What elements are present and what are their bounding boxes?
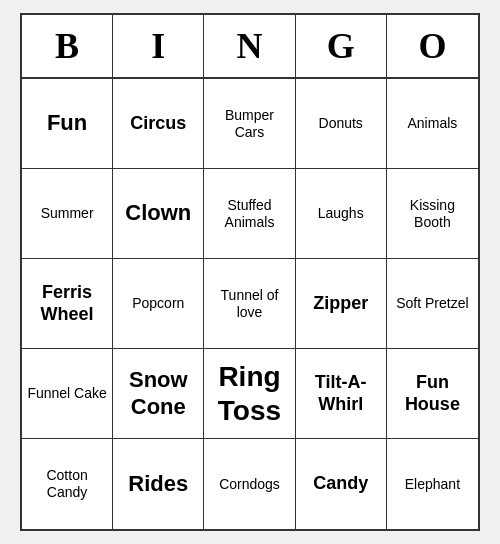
bingo-cell: Fun House — [387, 349, 478, 439]
bingo-cell: Cotton Candy — [22, 439, 113, 529]
header-letter: G — [296, 15, 387, 77]
bingo-cell: Bumper Cars — [204, 79, 295, 169]
bingo-cell: Rides — [113, 439, 204, 529]
bingo-cell: Summer — [22, 169, 113, 259]
bingo-cell: Fun — [22, 79, 113, 169]
bingo-cell: Stuffed Animals — [204, 169, 295, 259]
bingo-card: BINGO FunCircusBumper CarsDonutsAnimalsS… — [20, 13, 480, 531]
bingo-cell: Popcorn — [113, 259, 204, 349]
bingo-cell: Tilt-A-Whirl — [296, 349, 387, 439]
bingo-cell: Clown — [113, 169, 204, 259]
bingo-cell: Ring Toss — [204, 349, 295, 439]
header-letter: B — [22, 15, 113, 77]
bingo-cell: Kissing Booth — [387, 169, 478, 259]
bingo-cell: Circus — [113, 79, 204, 169]
header-letter: N — [204, 15, 295, 77]
bingo-cell: Donuts — [296, 79, 387, 169]
bingo-cell: Candy — [296, 439, 387, 529]
header-letter: O — [387, 15, 478, 77]
bingo-cell: Soft Pretzel — [387, 259, 478, 349]
bingo-cell: Laughs — [296, 169, 387, 259]
bingo-cell: Corndogs — [204, 439, 295, 529]
bingo-cell: Animals — [387, 79, 478, 169]
bingo-grid: FunCircusBumper CarsDonutsAnimalsSummerC… — [22, 79, 478, 529]
bingo-cell: Snow Cone — [113, 349, 204, 439]
bingo-cell: Zipper — [296, 259, 387, 349]
header-letter: I — [113, 15, 204, 77]
bingo-cell: Tunnel of love — [204, 259, 295, 349]
bingo-header: BINGO — [22, 15, 478, 79]
bingo-cell: Funnel Cake — [22, 349, 113, 439]
bingo-cell: Elephant — [387, 439, 478, 529]
bingo-cell: Ferris Wheel — [22, 259, 113, 349]
